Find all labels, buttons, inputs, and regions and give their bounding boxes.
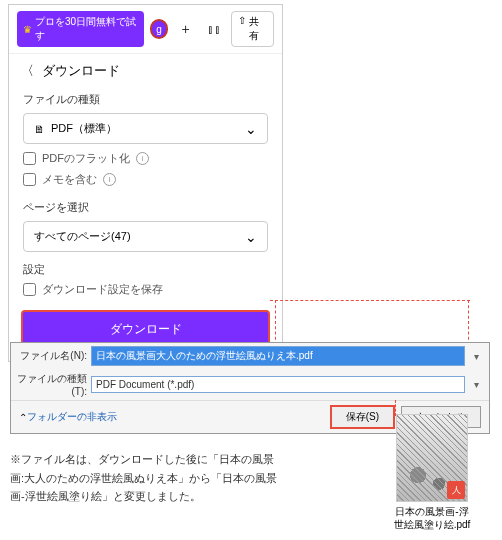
savesettings-label: ダウンロード設定を保存 (42, 282, 163, 297)
info-icon[interactable]: i (103, 173, 116, 186)
folder-toggle[interactable]: フォルダーの非表示 (27, 410, 117, 424)
filetype-dialog-label: ファイルの種類(T): (17, 372, 87, 397)
panel-title: ダウンロード (42, 62, 120, 80)
filetype-select[interactable]: 🗎 PDF（標準） (23, 113, 268, 144)
memo-checkbox[interactable]: メモを含むi (9, 169, 282, 190)
doc-icon: 🗎 (34, 123, 45, 135)
pdf-icon: 人 (447, 481, 465, 499)
save-button[interactable]: 保存(S) (330, 405, 395, 429)
file-thumbnail[interactable]: 人 日本の風景画-浮世絵風塗り絵.pdf (392, 414, 472, 531)
filetype-value: PDF（標準） (51, 121, 117, 136)
thumbnail-name: 日本の風景画-浮世絵風塗り絵.pdf (392, 505, 472, 531)
back-icon[interactable]: 〈 (21, 62, 34, 80)
badge-button[interactable]: g (150, 19, 169, 39)
chart-icon[interactable]: ⫾⫾ (203, 17, 225, 41)
page-select[interactable]: すべてのページ(47) (23, 221, 268, 252)
topbar: ♛プロを30日間無料で試す g + ⫾⫾ ⇧共有 (9, 5, 282, 54)
connector-line (468, 300, 469, 345)
info-icon[interactable]: i (136, 152, 149, 165)
thumbnail-image: 人 (396, 414, 468, 502)
settings-label: 設定 (9, 258, 282, 279)
flatten-label: PDFのフラット化 (42, 151, 130, 166)
filename-label: ファイル名(N): (17, 349, 87, 363)
savesettings-input[interactable] (23, 283, 36, 296)
filename-input[interactable]: 日本の風景画大人のための浮世絵風ぬりえ本.pdf (91, 346, 465, 366)
footnote: ※ファイル名は、ダウンロードした後に「日本の風景画:大人のための浮世絵風ぬりえ本… (10, 450, 280, 506)
crown-icon: ♛ (23, 24, 32, 35)
share-button[interactable]: ⇧共有 (231, 11, 274, 47)
plus-icon[interactable]: + (174, 17, 196, 41)
chevron-icon[interactable]: ⌃ (19, 412, 27, 423)
flatten-input[interactable] (23, 152, 36, 165)
share-label: 共有 (249, 15, 267, 43)
flatten-checkbox[interactable]: PDFのフラット化i (9, 148, 282, 169)
try-pro-button[interactable]: ♛プロを30日間無料で試す (17, 11, 144, 47)
savesettings-checkbox[interactable]: ダウンロード設定を保存 (9, 279, 282, 300)
memo-label: メモを含む (42, 172, 97, 187)
pagesel-label: ページを選択 (9, 196, 282, 217)
filetype-label: ファイルの種類 (9, 88, 282, 109)
connector-line (270, 300, 470, 301)
share-icon: ⇧ (238, 15, 246, 43)
pro-label: プロを30日間無料で試す (35, 15, 138, 43)
filetype-dialog-select[interactable]: PDF Document (*.pdf) (91, 376, 465, 393)
panel-header: 〈 ダウンロード (9, 54, 282, 88)
memo-input[interactable] (23, 173, 36, 186)
filetype-dropdown-icon[interactable]: ▾ (469, 379, 483, 390)
pagesel-value: すべてのページ(47) (34, 229, 131, 244)
filename-dropdown-icon[interactable]: ▾ (469, 351, 483, 362)
download-panel: ♛プロを30日間無料で試す g + ⫾⫾ ⇧共有 〈 ダウンロード ファイルの種… (8, 4, 283, 362)
